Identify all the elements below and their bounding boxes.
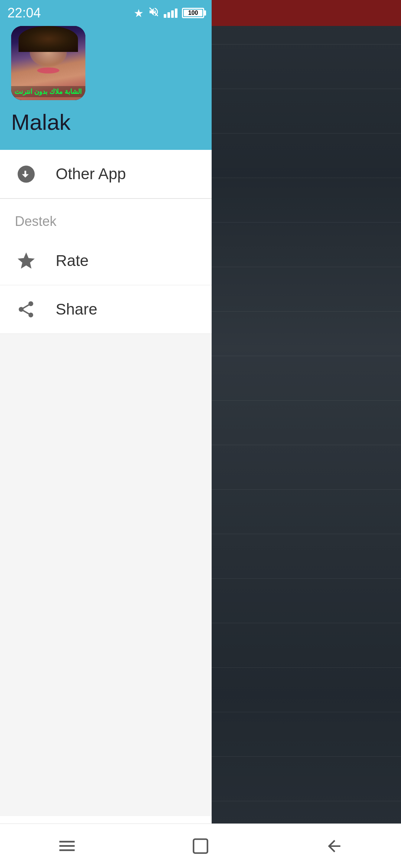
rate-label: Rate [56,252,89,270]
drawer-menu: Other App Destek Rate Share [0,150,212,868]
battery-level: 100 [188,10,198,16]
download-circle-icon [15,163,37,185]
menu-nav-button[interactable] [52,835,82,857]
drawer-panel: 22:04 ★ 100 [0,0,212,868]
bg-rows [212,0,401,868]
other-app-menu-item[interactable]: Other App [0,150,212,198]
status-bar-right-bg [212,0,401,26]
app-icon-image: الشابة ملاك بدون انترنت [11,26,85,100]
status-time: 22:04 [7,5,41,21]
star-icon [15,250,37,272]
empty-space [0,334,212,816]
status-bar: 22:04 ★ 100 [0,0,212,26]
nav-bar [0,823,401,868]
share-menu-item[interactable]: Share [0,285,212,334]
bluetooth-icon: ★ [134,7,144,20]
share-label: Share [56,300,97,318]
mute-icon [148,6,159,20]
rate-menu-item[interactable]: Rate [0,237,212,285]
status-icons: ★ 100 [134,6,204,20]
app-icon: الشابة ملاك بدون انترنت [11,26,85,100]
destek-section-label: Destek [0,199,212,237]
home-nav-button[interactable] [186,835,215,857]
app-title: Malak [11,109,200,135]
share-icon [15,298,37,320]
other-app-label: Other App [56,165,126,183]
back-nav-button[interactable] [319,835,349,857]
battery-icon: 100 [182,8,204,18]
svg-rect-1 [193,839,208,853]
signal-icon [164,9,177,18]
arabic-text: الشابة ملاك بدون انترنت [11,86,85,97]
